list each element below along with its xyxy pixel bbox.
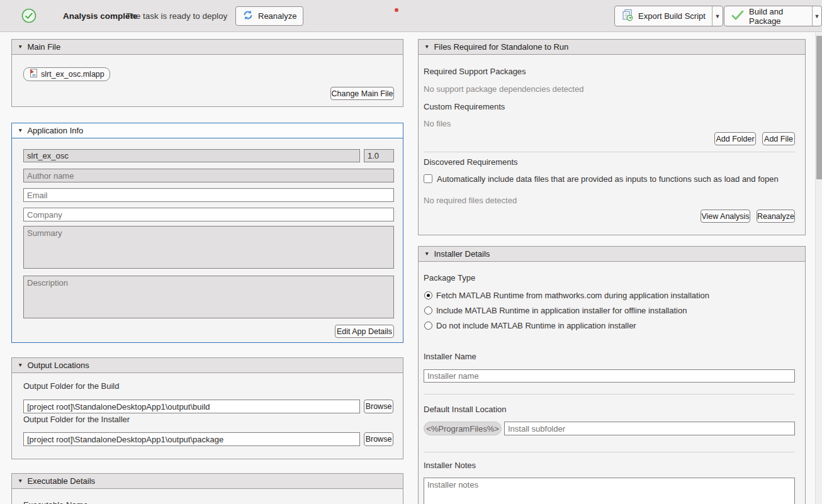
files-required-panel-title: Files Required for Standalone to Run [434, 42, 568, 52]
installer-details-panel: ▼ Installer Details Package Type Fetch M… [418, 246, 806, 504]
installer-name-label: Installer Name [424, 352, 476, 361]
collapse-arrow-icon: ▼ [18, 478, 23, 484]
build-and-package-dropdown[interactable]: ▼ [812, 6, 821, 26]
collapse-arrow-icon: ▼ [424, 251, 429, 257]
chevron-down-icon: ▼ [814, 13, 820, 20]
radio-include-runtime[interactable] [424, 306, 432, 315]
status-message: The task is ready to deploy [126, 11, 227, 21]
browse-installer-label: Browse [366, 435, 392, 444]
collapse-arrow-icon: ▼ [424, 44, 429, 50]
mlapp-file-icon [29, 69, 38, 80]
company-field[interactable] [23, 208, 394, 221]
export-build-script-icon [621, 9, 634, 23]
build-check-icon [731, 9, 745, 23]
installer-details-panel-header[interactable]: ▼ Installer Details [419, 247, 805, 262]
build-and-package-button[interactable]: Build and Package [724, 6, 812, 26]
email-field[interactable] [23, 188, 394, 202]
radio-fetch-runtime-label: Fetch MATLAB Runtime from mathworks.com … [436, 291, 709, 300]
section-divider [424, 394, 795, 395]
section-divider [424, 152, 795, 152]
export-build-script-label: Export Build Script [638, 11, 706, 21]
collapse-arrow-icon: ▼ [18, 128, 23, 133]
view-analysis-label: View Analysis [701, 212, 749, 221]
installer-details-panel-title: Installer Details [434, 249, 490, 259]
add-file-button[interactable]: Add File [762, 132, 795, 145]
reanalyze-button[interactable]: Reanalyze [235, 6, 303, 26]
installer-folder-field[interactable] [23, 432, 360, 446]
edit-app-details-label: Edit App Details [337, 327, 392, 336]
collapse-arrow-icon: ▼ [18, 362, 23, 368]
reanalyze-button-label: Reanalyze [258, 11, 296, 21]
output-locations-panel: ▼ Output Locations Output Folder for the… [11, 357, 403, 459]
collapse-arrow-icon: ▼ [18, 44, 23, 50]
export-build-script-dropdown[interactable]: ▼ [712, 6, 723, 26]
app-version-field[interactable] [364, 149, 394, 162]
analysis-complete-check-icon [21, 8, 37, 23]
add-folder-label: Add Folder [716, 135, 754, 143]
application-info-panel: ▼ Application Info Edit App Details [11, 123, 403, 343]
edit-app-details-button[interactable]: Edit App Details [335, 325, 394, 338]
build-and-package-split-button: Build and Package ▼ [724, 6, 822, 26]
auto-include-label: Automatically include data files that ar… [437, 174, 779, 184]
export-build-script-button[interactable]: Export Build Script [615, 6, 712, 26]
build-folder-field[interactable] [23, 400, 360, 413]
recording-dot [395, 8, 398, 12]
radio-fetch-runtime[interactable] [424, 291, 432, 300]
main-file-chip-label: slrt_ex_osc.mlapp [41, 70, 104, 79]
application-info-panel-header[interactable]: ▼ Application Info [12, 123, 403, 138]
auto-include-checkbox[interactable] [424, 174, 432, 183]
support-packages-label: Required Support Packages [424, 67, 526, 76]
export-build-script-split-button: Export Build Script ▼ [614, 6, 723, 26]
change-main-file-button[interactable]: Change Main File [330, 87, 394, 100]
executable-name-label: Executable Name [23, 500, 88, 504]
view-analysis-button[interactable]: View Analysis [701, 210, 750, 223]
radio-no-runtime[interactable] [424, 322, 432, 330]
reanalyze-panel-button[interactable]: Reanalyze [757, 210, 795, 223]
vertical-scrollbar[interactable] [815, 33, 822, 504]
reanalyze-icon [242, 9, 254, 23]
author-name-field[interactable] [23, 169, 394, 182]
discovered-requirements-label: Discovered Requirements [424, 157, 518, 167]
change-main-file-label: Change Main File [332, 89, 393, 98]
app-name-field[interactable] [23, 149, 360, 162]
add-folder-button[interactable]: Add Folder [714, 132, 756, 145]
executable-details-panel-header[interactable]: ▼ Executable Details [12, 474, 403, 489]
package-type-label: Package Type [424, 273, 475, 283]
main-file-panel-title: Main File [27, 42, 60, 52]
install-subfolder-field[interactable] [504, 422, 795, 435]
main-file-panel: ▼ Main File slrt_ex_osc.mlapp Change Mai… [11, 39, 403, 107]
radio-no-runtime-label: Do not include MATLAB Runtime in applica… [436, 321, 636, 330]
installer-name-field[interactable] [424, 369, 795, 383]
main-file-panel-header[interactable]: ▼ Main File [12, 40, 403, 55]
output-locations-panel-header[interactable]: ▼ Output Locations [12, 358, 403, 373]
build-and-package-label: Build and Package [749, 7, 806, 26]
radio-include-runtime-label: Include MATLAB Runtime in application in… [436, 306, 687, 315]
install-location-label: Default Install Location [424, 405, 507, 414]
build-folder-label: Output Folder for the Build [23, 381, 119, 391]
reanalyze-panel-label: Reanalyze [757, 212, 794, 221]
app-compiler-window: Analysis complete The task is ready to d… [0, 0, 822, 504]
chevron-down-icon: ▼ [714, 13, 720, 20]
installer-folder-label: Output Folder for the Installer [23, 415, 130, 424]
browse-build-button[interactable]: Browse [364, 400, 393, 413]
browse-installer-button[interactable]: Browse [364, 432, 393, 446]
summary-field[interactable] [23, 226, 394, 269]
add-file-label: Add File [764, 135, 793, 143]
description-field[interactable] [23, 276, 394, 318]
installer-notes-label: Installer Notes [424, 461, 476, 470]
executable-details-panel-title: Executable Details [27, 476, 95, 486]
application-info-panel-title: Application Info [27, 126, 83, 135]
output-locations-panel-title: Output Locations [27, 361, 89, 370]
files-required-panel: ▼ Files Required for Standalone to Run R… [418, 39, 806, 235]
program-files-pill: <%ProgramFiles%> [424, 422, 502, 435]
support-packages-status: No support package dependencies detected [424, 84, 583, 94]
custom-requirements-status: No files [424, 119, 451, 128]
main-file-chip[interactable]: slrt_ex_osc.mlapp [23, 67, 110, 81]
custom-requirements-label: Custom Requirements [424, 102, 505, 111]
executable-details-panel: ▼ Executable Details Executable Name [11, 473, 403, 504]
installer-notes-field[interactable] [424, 478, 795, 504]
scrollbar-thumb[interactable] [816, 36, 822, 179]
discovered-status: No required files detected [424, 196, 517, 205]
files-required-panel-header[interactable]: ▼ Files Required for Standalone to Run [419, 40, 805, 55]
browse-build-label: Browse [366, 402, 392, 411]
